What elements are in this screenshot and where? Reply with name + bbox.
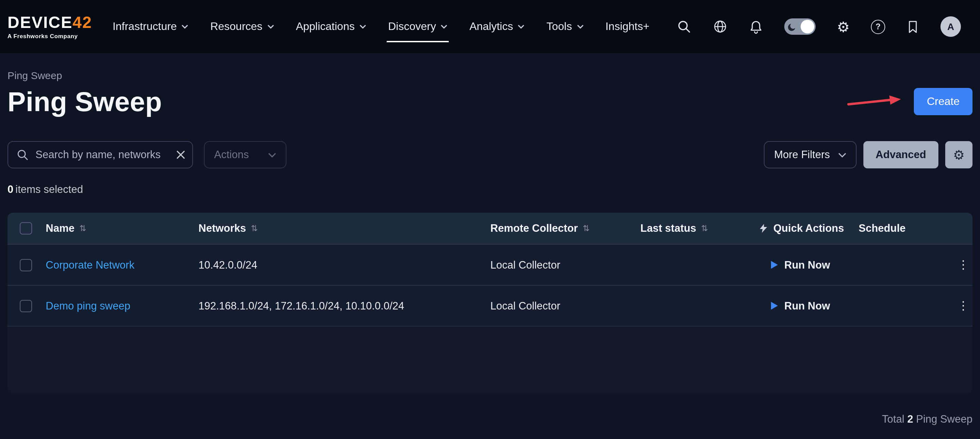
sort-icon[interactable]: ⇅	[583, 224, 590, 233]
toggle-knob	[801, 20, 814, 33]
row-name-link[interactable]: Demo ping sweep	[46, 300, 130, 311]
selection-summary: 0items selected	[8, 183, 972, 196]
top-navbar: DEVICE42 A Freshworks Company Infrastruc…	[0, 0, 980, 53]
moon-icon	[788, 22, 797, 31]
column-header-networks[interactable]: Networks ⇅	[199, 222, 490, 234]
breadcrumb: Ping Sweep	[8, 70, 972, 81]
total-count: 2	[907, 413, 913, 425]
logo-subtitle: A Freshworks Company	[8, 33, 92, 39]
row-networks: 10.42.0.0/24	[199, 259, 490, 271]
help-icon[interactable]: ?	[871, 19, 885, 34]
nav-item-insights-plus[interactable]: Insights+	[605, 16, 649, 37]
advanced-button[interactable]: Advanced	[863, 141, 939, 169]
theme-toggle[interactable]	[784, 18, 816, 35]
sort-icon[interactable]: ⇅	[251, 224, 258, 233]
nav-label: Insights+	[605, 21, 649, 33]
page-title: Ping Sweep	[8, 85, 162, 118]
sort-icon[interactable]: ⇅	[701, 224, 708, 233]
row-networks: 192.168.1.0/24, 172.16.1.0/24, 10.10.0.0…	[199, 300, 490, 312]
lightning-icon	[759, 224, 768, 233]
row-remote-collector: Local Collector	[490, 259, 640, 271]
bookmark-icon[interactable]	[906, 19, 919, 34]
column-header-schedule: Schedule	[859, 222, 954, 234]
logo-number: 42	[73, 13, 92, 31]
table-empty-area	[8, 326, 972, 394]
main-nav: Infrastructure Resources Applications Di…	[113, 0, 649, 53]
selected-label: items selected	[15, 183, 83, 195]
logo-word: DEVICE	[8, 13, 73, 31]
device42-logo[interactable]: DEVICE42 A Freshworks Company	[8, 14, 92, 39]
table-total: Total 2 Ping Sweep	[8, 413, 972, 425]
row-checkbox[interactable]	[20, 300, 32, 312]
nav-label: Analytics	[469, 21, 513, 33]
ping-sweep-table: Name ⇅ Networks ⇅ Remote Collector ⇅ Las…	[8, 213, 972, 394]
more-filters-button[interactable]: More Filters	[764, 141, 857, 169]
column-header-name[interactable]: Name ⇅	[46, 222, 199, 234]
search-box	[8, 141, 193, 169]
column-header-quick-actions: Quick Actions	[752, 222, 859, 234]
nav-label: Discovery	[388, 21, 436, 33]
run-now-action[interactable]: Run Now	[752, 259, 859, 271]
nav-item-applications[interactable]: Applications	[296, 16, 367, 37]
sort-icon[interactable]: ⇅	[79, 224, 86, 233]
chevron-down-icon	[268, 152, 276, 157]
title-row: Ping Sweep Create	[8, 85, 972, 118]
row-checkbox[interactable]	[20, 259, 32, 271]
table-settings-button[interactable]: ⚙	[945, 141, 972, 169]
nav-label: Infrastructure	[113, 21, 177, 33]
row-remote-collector: Local Collector	[490, 300, 640, 312]
chevron-down-icon	[182, 25, 189, 29]
search-icon	[16, 149, 29, 161]
row-menu-icon[interactable]: ⋮	[955, 256, 972, 274]
nav-label: Resources	[210, 21, 262, 33]
filter-right-group: More Filters Advanced ⚙	[764, 141, 972, 169]
search-icon[interactable]	[676, 19, 692, 34]
column-header-last-status[interactable]: Last status ⇅	[640, 222, 752, 234]
app-viewport: DEVICE42 A Freshworks Company Infrastruc…	[0, 0, 980, 439]
row-menu-icon[interactable]: ⋮	[955, 297, 972, 314]
nav-item-analytics[interactable]: Analytics	[469, 16, 525, 37]
notifications-bell-icon[interactable]	[749, 19, 763, 34]
row-name-link[interactable]: Corporate Network	[46, 259, 134, 270]
clear-search-icon[interactable]	[176, 150, 186, 159]
main-content: Ping Sweep Ping Sweep Create Actions	[0, 70, 980, 425]
select-all-checkbox[interactable]	[20, 222, 32, 234]
nav-label: Tools	[547, 21, 572, 33]
table-row: Demo ping sweep 192.168.1.0/24, 172.16.1…	[8, 285, 972, 326]
chevron-down-icon	[441, 25, 448, 29]
chevron-down-icon	[518, 25, 525, 29]
filter-row: Actions More Filters Advanced ⚙	[8, 141, 972, 169]
play-icon	[771, 261, 778, 269]
search-input[interactable]	[34, 148, 170, 162]
run-now-action[interactable]: Run Now	[752, 300, 859, 312]
actions-dropdown[interactable]: Actions	[204, 141, 286, 169]
settings-gear-icon[interactable]: ⚙	[837, 19, 850, 34]
selected-count: 0	[8, 183, 13, 195]
globe-icon[interactable]	[713, 19, 728, 34]
play-icon	[771, 301, 778, 310]
chevron-down-icon	[577, 25, 584, 29]
nav-item-infrastructure[interactable]: Infrastructure	[113, 16, 189, 37]
annotation-arrow	[847, 94, 903, 109]
nav-item-discovery[interactable]: Discovery	[388, 16, 447, 37]
table-header-row: Name ⇅ Networks ⇅ Remote Collector ⇅ Las…	[8, 213, 972, 244]
chevron-down-icon	[267, 25, 274, 29]
nav-label: Applications	[296, 21, 355, 33]
nav-item-tools[interactable]: Tools	[547, 16, 584, 37]
logo-text: DEVICE42	[8, 14, 92, 31]
create-button[interactable]: Create	[914, 88, 972, 115]
chevron-down-icon	[360, 25, 366, 29]
navbar-actions: ⚙ ? A	[676, 16, 961, 37]
nav-item-resources[interactable]: Resources	[210, 16, 274, 37]
user-avatar[interactable]: A	[940, 16, 961, 37]
chevron-down-icon	[838, 152, 846, 157]
gear-icon: ⚙	[953, 148, 965, 161]
table-row: Corporate Network 10.42.0.0/24 Local Col…	[8, 244, 972, 285]
column-header-remote-collector[interactable]: Remote Collector ⇅	[490, 222, 640, 234]
title-actions: Create	[847, 88, 972, 115]
